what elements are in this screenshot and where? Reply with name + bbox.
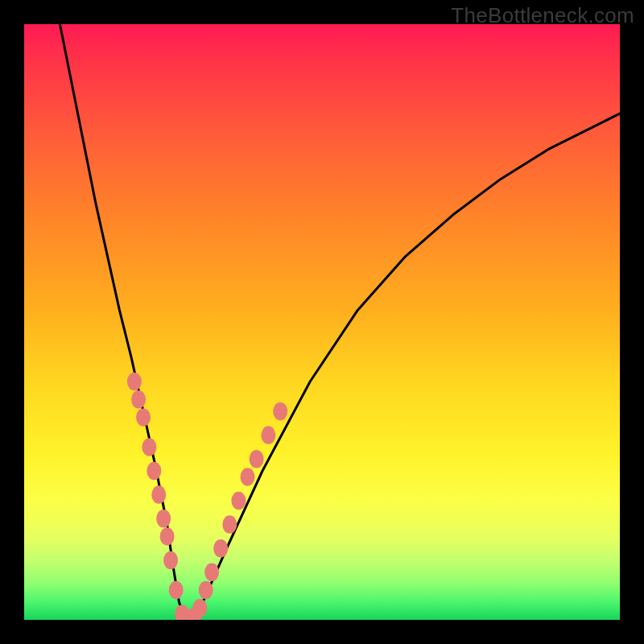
curve-marker [163, 551, 178, 570]
curve-marker [169, 581, 184, 600]
bottleneck-curve [60, 24, 620, 620]
curve-marker [192, 599, 207, 617]
curve-marker [241, 468, 255, 486]
curve-marker [213, 539, 228, 558]
curve-marker [250, 450, 264, 469]
curve-marker [204, 564, 219, 582]
curve-marker [261, 426, 275, 444]
chart-frame: TheBottleneck.com [0, 0, 644, 644]
curve-marker [160, 527, 175, 546]
curve-marker [231, 492, 246, 510]
curve-marker [147, 462, 161, 481]
curve-markers [127, 373, 287, 620]
curve-marker [273, 402, 287, 421]
curve-marker [156, 510, 171, 528]
plot-area [24, 24, 620, 620]
curve-marker [136, 408, 151, 427]
curve-marker [127, 373, 142, 391]
curve-marker [151, 485, 166, 504]
curve-marker [199, 581, 213, 600]
curve-layer [24, 24, 620, 620]
curve-marker [222, 515, 237, 534]
curve-marker [131, 390, 146, 409]
curve-marker [142, 438, 156, 456]
